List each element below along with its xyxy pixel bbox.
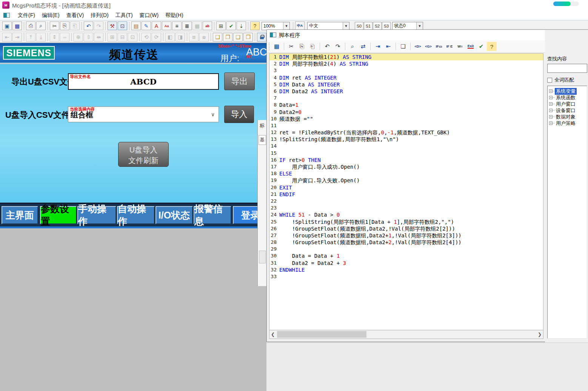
scrollbar-thumb[interactable] xyxy=(277,331,366,338)
code-line[interactable]: 4DIM ret AS INTEGER xyxy=(269,74,543,81)
save-icon[interactable]: ▦ xyxy=(12,22,22,30)
tree-item[interactable]: +系统函数 xyxy=(548,94,587,101)
undo-icon[interactable]: ↶ xyxy=(322,42,332,51)
code-hscrollbar[interactable]: ❮ ❯ xyxy=(269,330,543,339)
code-line[interactable]: 13!SplitString(频道数据,局部字符数组1,"\n") xyxy=(269,136,543,143)
insert-data-icon[interactable]: <D> xyxy=(413,42,423,51)
nav-button[interactable]: I/O状态 xyxy=(155,206,193,224)
text-element-icon[interactable]: A xyxy=(152,22,161,30)
code-line[interactable]: 20EXIT xyxy=(269,184,543,191)
code-line[interactable]: 7 xyxy=(269,95,543,102)
menu-item[interactable]: 文件(F) xyxy=(14,11,38,20)
expand-icon[interactable]: + xyxy=(549,109,553,112)
code-line[interactable]: 23 xyxy=(269,205,543,211)
nav-button[interactable]: 自动操作 xyxy=(117,206,155,224)
cut-icon[interactable]: ✂ xyxy=(50,22,59,30)
import-file-combobox[interactable]: 组合框 当前选择内容 ∨ xyxy=(68,106,219,122)
code-line[interactable]: 6DIM Data2 AS INTEGER xyxy=(269,88,543,95)
toolbar-grip[interactable] xyxy=(268,42,270,51)
indent-right-icon[interactable]: ⇥ xyxy=(373,42,383,51)
code-line[interactable]: 3 xyxy=(269,67,543,74)
lock-icon[interactable] xyxy=(257,33,266,42)
code-line[interactable]: 17 用户窗口.导入成功.Open() xyxy=(269,163,543,170)
menu-item[interactable]: 排列(D) xyxy=(87,11,112,20)
device-icon[interactable]: ▤ xyxy=(131,22,141,30)
export-filename-field[interactable]: 导出文件名 ABCD xyxy=(68,73,219,90)
nav-button[interactable]: 参数设置 xyxy=(40,206,77,224)
cut-icon[interactable]: ✂ xyxy=(286,42,296,51)
if-then-icon[interactable]: IF▭ xyxy=(434,42,444,51)
find-input[interactable] xyxy=(547,64,587,73)
code-line[interactable]: 27 !GroupSetFloat(频道数据组,Data2+1,!Val(局部字… xyxy=(269,232,543,239)
preview-icon[interactable]: ⌕ xyxy=(36,22,46,30)
code-line[interactable]: 11 xyxy=(269,122,543,129)
code-editor[interactable]: 1DIM 局部字符数组1(21) AS STRING2DIM 局部字符数组2(4… xyxy=(269,53,543,330)
import-button[interactable]: 导入 xyxy=(224,106,254,123)
scroll-left-icon[interactable]: ❮ xyxy=(269,330,276,339)
chevron-down-icon[interactable]: ▼ xyxy=(416,22,423,30)
tree-item[interactable]: +数据对象 xyxy=(548,114,587,120)
replace-icon[interactable]: ⇄ xyxy=(358,42,368,51)
chevron-down-icon[interactable]: ▼ xyxy=(343,22,349,30)
code-line[interactable]: 21ENDIF xyxy=(269,191,543,198)
lang-switch-icon[interactable]: 中A xyxy=(295,22,305,30)
scrollbar-track[interactable] xyxy=(276,330,536,339)
code-line[interactable]: 24WHILE 51 - Data > 0 xyxy=(269,211,543,218)
code-line[interactable]: 14 xyxy=(269,143,543,149)
code-line[interactable]: 26 !GroupSetFloat(频道数据组,Data2,!Val(局部字符数… xyxy=(269,225,543,232)
send-back-icon[interactable]: ❐ xyxy=(223,33,232,42)
usb-refresh-button[interactable]: U盘导入 文件刷新 xyxy=(118,142,169,167)
properties-icon[interactable]: ⊞ xyxy=(216,22,226,30)
font-icon[interactable]: Aa xyxy=(162,22,171,30)
expand-icon[interactable]: + xyxy=(549,89,553,93)
spellcheck-icon[interactable]: ab xyxy=(203,22,212,30)
align-text-icon[interactable]: ≣ xyxy=(182,22,192,30)
syntax-check-icon[interactable]: ✔ xyxy=(476,42,486,51)
code-line[interactable]: 5DIM Data AS INTEGER xyxy=(269,81,543,88)
hline-icon[interactable]: ≡ xyxy=(172,22,182,30)
code-line[interactable]: 8Data=1 xyxy=(269,102,543,108)
undo-icon[interactable]: ↶ xyxy=(84,22,93,30)
toolbox-icon[interactable]: ⚒ xyxy=(108,22,117,30)
bring-forward-icon[interactable]: ❑ xyxy=(233,33,243,42)
tree-item[interactable]: +用户策略 xyxy=(548,120,587,126)
language-select[interactable]: 中文 ▼ xyxy=(307,22,349,30)
nav-button[interactable]: 主界面 xyxy=(2,206,38,224)
copy-icon[interactable]: ⎘ xyxy=(297,42,307,51)
code-line[interactable]: 1DIM 局部字符数组1(21) AS STRING xyxy=(269,54,543,60)
chevron-down-icon[interactable]: ▼ xyxy=(283,22,289,30)
code-line[interactable]: 15 xyxy=(269,150,543,157)
menu-item[interactable]: 帮助(H) xyxy=(162,11,186,20)
insert-global-icon[interactable]: <G> xyxy=(423,42,433,51)
script-titlebar[interactable]: 脚本程序 xyxy=(267,30,588,40)
verify-icon[interactable]: ✔ xyxy=(226,22,236,30)
toolbox-scrollbar[interactable] xyxy=(259,251,266,263)
nav-button[interactable]: 报警信息 xyxy=(194,206,231,224)
code-line[interactable]: 16IF ret>0 THEN xyxy=(269,157,543,163)
exit-icon[interactable]: Exit xyxy=(466,42,476,51)
code-line[interactable]: 25 !SplitString(局部字符数组1[Data + 1],局部字符数组… xyxy=(269,219,543,225)
code-line[interactable]: 18ELSE xyxy=(269,170,543,177)
expand-icon[interactable]: + xyxy=(549,122,553,125)
window-edit-icon[interactable]: ⊡ xyxy=(118,22,127,30)
new-icon[interactable]: ▣ xyxy=(2,22,12,30)
indent-left-icon[interactable]: ⇤ xyxy=(383,42,393,51)
code-line[interactable]: 9Data2=0 xyxy=(269,109,543,115)
menu-item[interactable]: 工具(T) xyxy=(112,11,136,20)
print-icon[interactable]: ⎙ xyxy=(26,22,35,30)
state-button-s3[interactable]: S3 xyxy=(382,22,391,30)
menu-item[interactable]: 窗口(W) xyxy=(136,11,162,20)
draw-icon[interactable]: ✎ xyxy=(142,22,151,30)
hmi-canvas[interactable]: SIEMENS 频道传送 $Date+" "+$Time ABC 用户: INT… xyxy=(0,43,268,228)
code-line[interactable]: 28 !GroupSetFloat(频道数据组,Data2+2,!Val(局部字… xyxy=(269,239,543,246)
code-line[interactable]: 29 xyxy=(269,246,543,252)
comment-icon[interactable]: ❏ xyxy=(398,42,408,51)
expand-icon[interactable]: + xyxy=(549,96,553,99)
copy-icon[interactable]: ⎘ xyxy=(60,22,69,30)
chevron-down-icon[interactable]: ∨ xyxy=(209,110,217,119)
if-else-icon[interactable]: IF E xyxy=(445,42,454,51)
scroll-right-icon[interactable]: ❯ xyxy=(536,330,543,339)
whole-word-checkbox[interactable] xyxy=(547,78,552,83)
bring-front-icon[interactable]: ❏ xyxy=(213,33,222,42)
export-button[interactable]: 导出 xyxy=(224,72,255,90)
